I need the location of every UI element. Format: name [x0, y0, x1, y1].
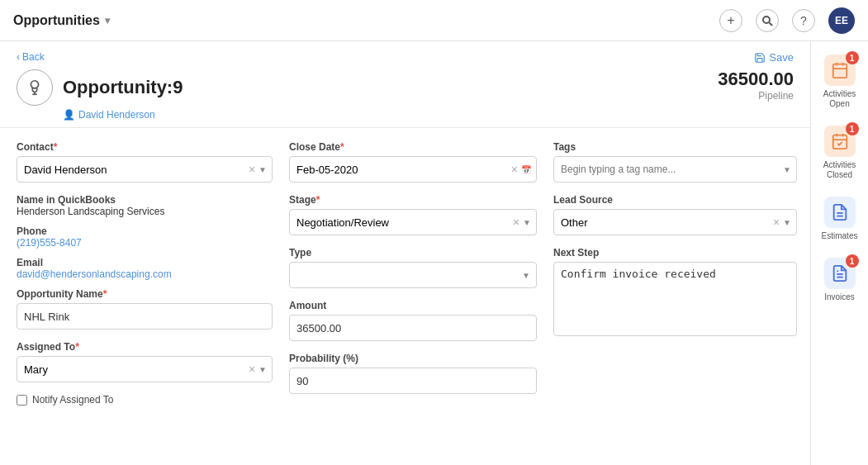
app-title: Opportunities [13, 13, 100, 28]
assigned-user-link[interactable]: David Henderson [78, 109, 155, 121]
tags-label: Tags [553, 141, 797, 153]
phone-value[interactable]: (219)555-8407 [17, 237, 273, 249]
probability-input[interactable] [289, 368, 537, 394]
back-link[interactable]: ‹ Back [17, 51, 183, 63]
close-date-calendar-button[interactable]: 📅 [521, 165, 531, 174]
probability-label: Probability (%) [289, 353, 537, 364]
opp-name-label: Opportunity Name* [17, 288, 273, 300]
svg-rect-9 [832, 135, 847, 149]
svg-point-0 [763, 17, 770, 23]
contact-dropdown-button[interactable]: ▼ [259, 165, 267, 174]
contact-clear-button[interactable]: × [249, 164, 255, 175]
notify-checkbox[interactable] [17, 395, 27, 406]
activities-closed-label: Activities Closed [814, 160, 865, 180]
email-value[interactable]: david@hendersonlandscaping.com [17, 268, 273, 280]
svg-rect-5 [832, 64, 847, 78]
lead-source-input[interactable] [554, 216, 773, 229]
right-sidebar: 1 Activities Open 1 [810, 41, 868, 465]
tags-field[interactable]: ▼ [553, 156, 797, 183]
opportunity-title: Opportunity:9 [63, 77, 183, 98]
stage-field[interactable]: × ▼ [289, 209, 537, 235]
save-button[interactable]: Save [754, 51, 794, 64]
activities-open-badge: 1 [846, 51, 859, 64]
email-label: Email [17, 257, 273, 268]
contact-label: Contact* [17, 141, 273, 153]
activities-closed-badge: 1 [846, 122, 859, 135]
pipeline-label: Pipeline [758, 90, 794, 102]
type-label: Type [289, 247, 537, 259]
assigned-to-input[interactable] [17, 363, 249, 376]
type-select[interactable] [289, 262, 537, 288]
sidebar-item-estimates[interactable]: Estimates [811, 190, 868, 248]
assigned-clear-button[interactable]: × [249, 363, 255, 375]
name-in-qb-label: Name in QuickBooks [17, 194, 273, 206]
stage-clear-button[interactable]: × [513, 216, 519, 228]
help-button[interactable]: ? [792, 9, 815, 32]
name-in-qb-value: Henderson Landscaping Services [17, 206, 273, 217]
invoices-badge: 1 [846, 254, 859, 268]
type-field[interactable]: ▼ [289, 262, 537, 288]
tags-input[interactable] [554, 164, 783, 175]
opp-name-input[interactable] [17, 303, 273, 330]
user-icon: 👤 [63, 109, 75, 121]
sidebar-item-activities-closed[interactable]: 1 Activities Closed [811, 119, 868, 187]
next-step-label: Next Step [553, 247, 797, 259]
lead-source-label: Lead Source [553, 194, 797, 206]
lead-source-clear-button[interactable]: × [773, 216, 780, 228]
user-avatar[interactable]: EE [828, 7, 855, 34]
lead-source-field[interactable]: × ▼ [553, 209, 797, 235]
close-date-label: Close Date* [289, 141, 537, 153]
amount-label: Amount [289, 300, 537, 311]
tags-dropdown-icon: ▼ [783, 165, 796, 174]
lead-source-dropdown-button[interactable]: ▼ [783, 218, 791, 227]
close-date-clear-button[interactable]: × [511, 164, 518, 175]
estimates-label: Estimates [822, 231, 858, 241]
phone-label: Phone [17, 225, 273, 237]
close-date-input[interactable] [290, 164, 511, 176]
contact-field[interactable]: × ▼ [17, 156, 273, 183]
nav-chevron-icon: ▾ [105, 15, 110, 26]
svg-point-2 [31, 81, 38, 88]
opportunity-amount: 36500.00 [718, 69, 794, 90]
assigned-to-label: Assigned To* [17, 341, 273, 353]
invoices-label: Invoices [824, 292, 855, 302]
close-date-field[interactable]: × 📅 [289, 156, 537, 183]
next-step-input[interactable]: Confirm invoice received [553, 262, 797, 336]
notify-row: Notify Assigned To [17, 394, 273, 406]
sidebar-item-activities-open[interactable]: 1 Activities Open [811, 48, 868, 116]
amount-input[interactable] [289, 315, 537, 341]
stage-dropdown-button[interactable]: ▼ [523, 218, 531, 227]
sidebar-item-invoices[interactable]: 1 Invoices [811, 251, 868, 309]
opportunity-icon [17, 69, 53, 106]
back-label: Back [22, 51, 45, 63]
add-button[interactable]: + [719, 9, 742, 32]
notify-label: Notify Assigned To [32, 394, 114, 406]
contact-input[interactable] [17, 164, 249, 176]
save-label: Save [769, 51, 794, 64]
svg-line-1 [770, 22, 773, 26]
assigned-dropdown-button[interactable]: ▼ [259, 365, 267, 374]
back-chevron-icon: ‹ [17, 51, 20, 63]
stage-label: Stage* [289, 194, 537, 206]
assigned-to-field[interactable]: × ▼ [17, 356, 273, 382]
stage-input[interactable] [290, 216, 513, 229]
search-button[interactable] [756, 9, 779, 32]
activities-open-label: Activities Open [814, 89, 865, 109]
